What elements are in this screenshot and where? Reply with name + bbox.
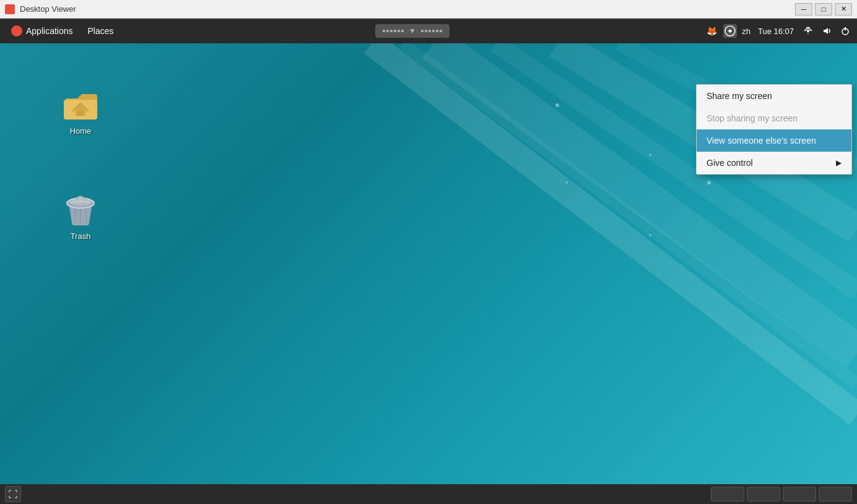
tray-power-icon[interactable] <box>838 24 852 38</box>
center-area: ▼ <box>120 24 705 38</box>
trash-icon[interactable]: Trash <box>56 186 105 245</box>
svg-point-3 <box>807 30 809 32</box>
app-icon <box>5 4 15 14</box>
desktop: Home Trash Share my screen <box>0 43 857 484</box>
tray-share-icon[interactable] <box>723 24 737 38</box>
bottom-bar <box>0 484 857 504</box>
svg-point-13 <box>555 103 559 107</box>
svg-point-14 <box>649 154 651 156</box>
submenu-arrow-icon: ▶ <box>836 159 842 167</box>
bottom-btn-4[interactable] <box>819 487 852 502</box>
context-menu: Share my screen Stop sharing my screen V… <box>696 84 852 175</box>
keyboard-dots-left <box>383 30 404 32</box>
tray-firefox-icon[interactable]: 🦊 <box>705 24 718 38</box>
top-bar: Applications Places ▼ 🦊 zh Tue <box>0 19 857 43</box>
tray-language[interactable]: zh <box>742 27 750 36</box>
give-control-menu-item[interactable]: Give control ▶ <box>697 152 851 174</box>
trash-image <box>61 189 100 229</box>
home-label: Home <box>70 126 92 136</box>
svg-rect-18 <box>78 111 83 116</box>
home-folder-image <box>61 84 100 124</box>
view-screen-menu-item[interactable]: View someone else's screen <box>697 129 851 152</box>
apps-icon <box>11 25 22 37</box>
applications-button[interactable]: Applications <box>5 23 79 39</box>
close-button[interactable]: ✕ <box>835 3 852 15</box>
bottom-btn-2[interactable] <box>747 487 780 502</box>
keyboard-dots-right <box>421 30 442 32</box>
bottom-btn-3[interactable] <box>783 487 816 502</box>
keyboard-bar[interactable]: ▼ <box>375 24 450 38</box>
svg-point-21 <box>71 200 90 206</box>
top-bar-left: Applications Places <box>5 23 120 39</box>
fullscreen-button[interactable] <box>5 486 21 502</box>
svg-point-16 <box>707 181 711 185</box>
system-tray: 🦊 zh Tue 16:07 <box>705 24 852 38</box>
bottom-btn-1[interactable] <box>711 487 744 502</box>
keyboard-arrow-down: ▼ <box>409 27 416 35</box>
share-screen-menu-item[interactable]: Share my screen <box>697 85 851 107</box>
tray-network-icon[interactable] <box>801 24 815 38</box>
tray-clock: Tue 16:07 <box>755 27 796 36</box>
svg-point-17 <box>649 234 651 237</box>
title-bar: Desktop Viewer ─ □ ✕ <box>0 0 857 19</box>
tray-sound-icon[interactable] <box>820 24 833 38</box>
window-title: Desktop Viewer <box>20 4 795 14</box>
bottom-right-buttons <box>711 487 852 502</box>
places-label: Places <box>88 26 114 36</box>
trash-label: Trash <box>71 232 91 241</box>
minimize-button[interactable]: ─ <box>795 3 812 15</box>
home-icon[interactable]: Home <box>56 80 105 139</box>
applications-label: Applications <box>26 26 73 36</box>
window-controls: ─ □ ✕ <box>795 3 852 15</box>
svg-point-15 <box>565 181 568 184</box>
stop-sharing-menu-item: Stop sharing my screen <box>697 107 851 129</box>
places-button[interactable]: Places <box>82 24 120 38</box>
maximize-button[interactable]: □ <box>815 3 832 15</box>
